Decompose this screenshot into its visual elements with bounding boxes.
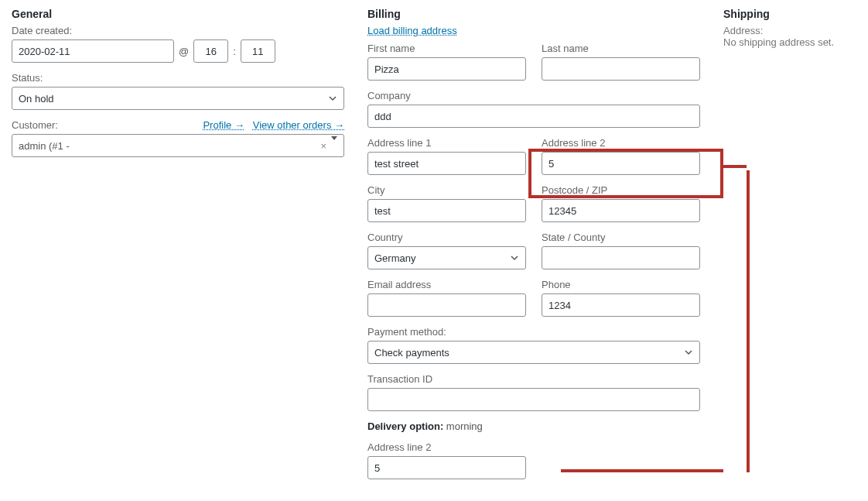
- state-label: State / County: [542, 232, 700, 243]
- address2-input[interactable]: [542, 152, 700, 175]
- payment-method-label: Payment method:: [367, 326, 700, 338]
- phone-input[interactable]: [542, 293, 700, 317]
- shipping-no-address: No shipping address set.: [723, 36, 834, 48]
- status-select[interactable]: On hold: [12, 87, 344, 110]
- general-heading: General: [12, 8, 344, 20]
- annotation-line-bottom: [561, 469, 723, 472]
- time-colon: :: [233, 46, 236, 57]
- country-select[interactable]: Germany: [367, 246, 526, 269]
- last-name-label: Last name: [542, 43, 700, 54]
- last-name-input[interactable]: [542, 57, 700, 81]
- delivery-option-value: morning: [443, 420, 483, 432]
- billing-heading: Billing: [367, 8, 700, 20]
- chevron-down-icon[interactable]: [331, 136, 337, 152]
- delivery-option-label: Delivery option:: [367, 420, 443, 432]
- country-label: Country: [367, 232, 526, 243]
- postcode-input[interactable]: [542, 199, 700, 222]
- payment-method-select[interactable]: Check payments: [367, 341, 700, 364]
- customer-select[interactable]: admin (#1 - ×: [12, 134, 344, 157]
- postcode-label: Postcode / ZIP: [542, 184, 700, 196]
- company-input[interactable]: [367, 105, 700, 128]
- at-separator: @: [179, 46, 189, 57]
- customer-label: Customer:: [12, 119, 58, 131]
- date-created-label: Date created:: [12, 25, 344, 36]
- transaction-id-label: Transaction ID: [367, 373, 700, 385]
- email-label: Email address: [367, 279, 526, 290]
- address1-label: Address line 1: [367, 137, 526, 149]
- city-label: City: [367, 184, 526, 196]
- customer-value: admin (#1 -: [19, 140, 70, 152]
- city-input[interactable]: [367, 199, 526, 222]
- hour-input[interactable]: [193, 39, 228, 63]
- first-name-input[interactable]: [367, 57, 526, 81]
- phone-label: Phone: [542, 279, 700, 290]
- company-label: Company: [367, 90, 700, 101]
- date-created-input[interactable]: [12, 39, 174, 63]
- address2-label: Address line 2: [542, 137, 700, 149]
- shipping-address-label: Address:: [723, 25, 763, 36]
- extra-address2-input[interactable]: [367, 456, 526, 479]
- minute-input[interactable]: [241, 39, 275, 63]
- profile-link[interactable]: Profile →: [203, 119, 244, 131]
- email-input[interactable]: [367, 293, 526, 317]
- extra-address2-label: Address line 2: [367, 441, 526, 453]
- status-label: Status:: [12, 72, 344, 84]
- load-billing-link[interactable]: Load billing address: [367, 25, 457, 36]
- transaction-id-input[interactable]: [367, 388, 700, 411]
- state-input[interactable]: [542, 246, 700, 269]
- first-name-label: First name: [367, 43, 526, 54]
- clear-customer-icon[interactable]: ×: [320, 140, 326, 152]
- view-orders-link[interactable]: View other orders →: [253, 119, 344, 131]
- shipping-heading: Shipping: [723, 8, 856, 20]
- address1-input[interactable]: [367, 152, 526, 175]
